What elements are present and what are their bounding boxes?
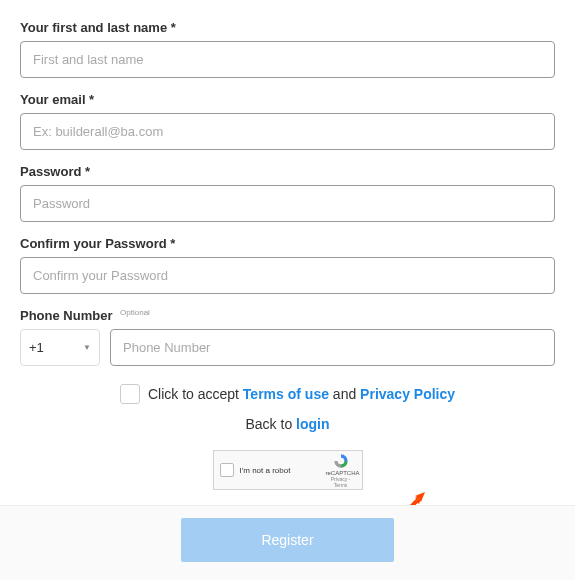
email-group: Your email * xyxy=(20,92,555,150)
terms-and: and xyxy=(329,386,360,402)
login-link[interactable]: login xyxy=(296,416,329,432)
recaptcha-brand: reCAPTCHA xyxy=(326,470,356,476)
country-code-select[interactable]: +1 ▼ xyxy=(20,329,100,366)
chevron-down-icon: ▼ xyxy=(83,343,91,352)
terms-row: Click to accept Terms of use and Privacy… xyxy=(20,384,555,404)
country-code-value: +1 xyxy=(29,340,44,355)
phone-group: Phone Number Optional +1 ▼ xyxy=(20,308,555,366)
recaptcha-icon xyxy=(333,453,349,469)
email-label: Your email * xyxy=(20,92,555,107)
register-button[interactable]: Register xyxy=(181,518,393,562)
phone-label-text: Phone Number xyxy=(20,308,112,323)
confirm-password-label: Confirm your Password * xyxy=(20,236,555,251)
recaptcha-widget: I'm not a robot reCAPTCHA Privacy - Term… xyxy=(213,450,363,490)
terms-checkbox[interactable] xyxy=(120,384,140,404)
bottom-bar: Register xyxy=(0,505,575,580)
recaptcha-checkbox[interactable] xyxy=(220,463,234,477)
back-row: Back to login xyxy=(20,416,555,432)
name-group: Your first and last name * xyxy=(20,20,555,78)
password-label: Password * xyxy=(20,164,555,179)
recaptcha-logo: reCAPTCHA Privacy - Terms xyxy=(326,453,356,488)
phone-input[interactable] xyxy=(110,329,555,366)
registration-form: Your first and last name * Your email * … xyxy=(0,0,575,510)
confirm-password-group: Confirm your Password * xyxy=(20,236,555,294)
recaptcha-sub: Privacy - Terms xyxy=(326,476,356,488)
terms-prefix: Click to accept xyxy=(148,386,243,402)
terms-of-use-link[interactable]: Terms of use xyxy=(243,386,329,402)
name-label: Your first and last name * xyxy=(20,20,555,35)
password-group: Password * xyxy=(20,164,555,222)
privacy-policy-link[interactable]: Privacy Policy xyxy=(360,386,455,402)
recaptcha-label: I'm not a robot xyxy=(240,466,326,475)
terms-text: Click to accept Terms of use and Privacy… xyxy=(148,386,455,402)
password-input[interactable] xyxy=(20,185,555,222)
phone-label: Phone Number Optional xyxy=(20,308,555,323)
name-input[interactable] xyxy=(20,41,555,78)
phone-optional-tag: Optional xyxy=(120,308,150,317)
email-input[interactable] xyxy=(20,113,555,150)
confirm-password-input[interactable] xyxy=(20,257,555,294)
back-text: Back to xyxy=(245,416,296,432)
